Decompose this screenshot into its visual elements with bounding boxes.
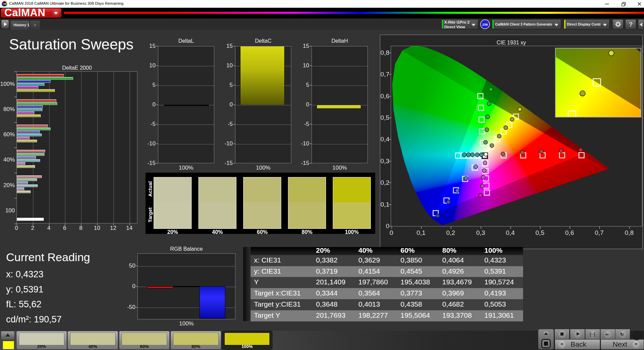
svg-text:236: 236 [482,23,488,26]
